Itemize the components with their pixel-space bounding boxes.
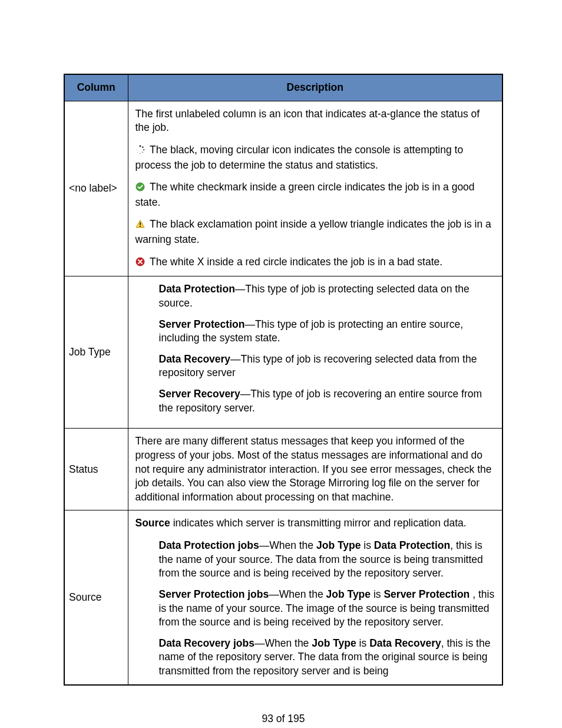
svg-point-2	[143, 149, 144, 150]
text: The black exclamation point inside a yel…	[135, 218, 491, 245]
term: Server Recovery	[159, 388, 240, 400]
table-header-row: Column Description	[64, 74, 503, 101]
svg-point-6	[136, 149, 137, 150]
text: —When the	[254, 637, 312, 649]
status-text: There are many different status messages…	[135, 434, 497, 504]
term: Job Type	[316, 539, 361, 551]
term: Data Protection	[159, 283, 235, 295]
row-source-desc: Source indicates which server is transmi…	[128, 510, 503, 685]
warning-triangle-icon	[135, 219, 145, 233]
row-no-label-desc: The first unlabeled column is an icon th…	[128, 101, 503, 276]
no-label-error: The white X inside a red circle indicate…	[135, 255, 497, 271]
error-circle-icon	[135, 256, 145, 271]
row-job-type-desc: Data Protection—This type of job is prot…	[128, 276, 503, 429]
svg-point-7	[137, 147, 138, 147]
text: The white X inside a red circle indicate…	[147, 256, 443, 268]
row-status-desc: There are many different status messages…	[128, 429, 503, 510]
term: Job Type	[326, 588, 371, 600]
term: Data Recovery jobs	[159, 637, 254, 649]
source-item: Data Recovery jobs—When the Job Type is …	[159, 637, 497, 678]
source-intro: Source indicates which server is transmi…	[135, 516, 497, 531]
term: Server Protection	[384, 588, 470, 600]
svg-point-8	[136, 183, 144, 191]
svg-point-0	[139, 145, 141, 147]
source-item: Data Protection jobs—When the Job Type i…	[159, 539, 497, 581]
job-type-item: Data Protection—This type of job is prot…	[159, 282, 497, 310]
term: Server Protection	[159, 318, 245, 330]
table-row: Job Type Data Protection—This type of jo…	[64, 276, 503, 429]
term: Server Protection jobs	[159, 588, 269, 600]
svg-point-5	[137, 151, 138, 153]
check-circle-icon	[135, 182, 145, 196]
term: Data Recovery	[369, 637, 441, 649]
no-label-warn: The black exclamation point inside a yel…	[135, 218, 497, 246]
term: Job Type	[312, 637, 356, 649]
no-label-check: The white checkmark inside a green circl…	[135, 180, 497, 209]
table-row: Status There are many different status m…	[64, 429, 503, 510]
text: —When the	[259, 539, 316, 551]
svg-point-10	[140, 226, 141, 227]
term: Data Protection	[374, 539, 450, 551]
svg-rect-9	[140, 223, 141, 226]
table-row: <no label> The first unlabeled column is…	[64, 101, 503, 276]
text: —When the	[269, 588, 326, 600]
svg-point-1	[141, 146, 143, 148]
text: The white checkmark inside a green circl…	[135, 181, 475, 208]
text: is	[371, 588, 384, 600]
row-source-key: Source	[64, 510, 128, 685]
term: Data Protection jobs	[159, 539, 259, 551]
row-status-key: Status	[64, 429, 128, 510]
no-label-intro: The first unlabeled column is an icon th…	[135, 107, 497, 135]
svg-point-4	[140, 153, 141, 154]
columns-description-table: Column Description <no label> The first …	[64, 74, 503, 686]
job-type-item: Server Recovery—This type of job is reco…	[159, 387, 497, 415]
text: indicates which server is transmitting m…	[170, 517, 467, 529]
svg-point-3	[142, 151, 143, 153]
source-item: Server Protection jobs—When the Job Type…	[159, 588, 497, 630]
job-type-item: Data Recovery—This type of job is recove…	[159, 353, 497, 380]
row-job-type-key: Job Type	[64, 276, 128, 429]
header-column: Column	[64, 74, 128, 101]
page-footer: 93 of 195	[64, 713, 503, 725]
table-row: Source Source indicates which server is …	[64, 510, 503, 685]
text: The black, moving circular icon indicate…	[135, 144, 464, 171]
spinner-icon	[135, 144, 145, 159]
term: Data Recovery	[159, 353, 231, 365]
row-no-label-key: <no label>	[64, 101, 128, 276]
text: is	[361, 539, 373, 551]
term: Source	[135, 517, 170, 529]
page: Column Description <no label> The first …	[0, 0, 562, 728]
text: is	[356, 637, 369, 649]
header-description: Description	[128, 74, 503, 101]
no-label-spinner: The black, moving circular icon indicate…	[135, 143, 497, 172]
job-type-item: Server Protection—This type of job is pr…	[159, 318, 497, 345]
